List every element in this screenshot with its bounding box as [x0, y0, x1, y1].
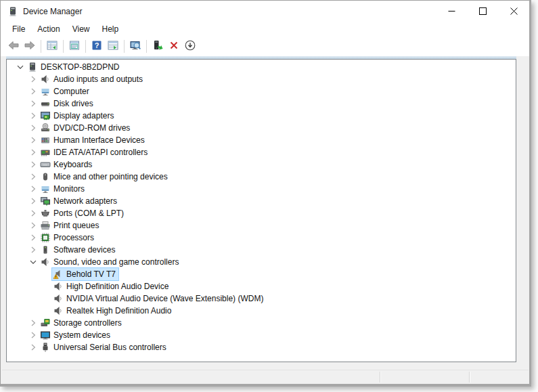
- disk-drive-icon: [40, 98, 51, 109]
- chevron-collapsed-icon[interactable]: [26, 220, 39, 231]
- tree-item-desktop-8b2dpnd[interactable]: DESKTOP-8B2DPND: [7, 61, 516, 73]
- chevron-collapsed-icon[interactable]: [26, 74, 39, 85]
- tree-item-ports-com-lpt[interactable]: Ports (COM & LPT): [7, 207, 516, 219]
- tree-item-label: Network adapters: [53, 196, 117, 206]
- tree-item-label: Keyboards: [53, 160, 92, 169]
- close-icon: [510, 5, 518, 18]
- tree-item-audio-inputs-and-outputs[interactable]: Audio inputs and outputs: [7, 73, 516, 85]
- tree-item-software-devices[interactable]: Software devices: [7, 244, 516, 256]
- maximize-button[interactable]: [467, 1, 498, 22]
- back-button[interactable]: [5, 39, 22, 55]
- status-bar-divider: [469, 372, 470, 383]
- tree-item-label: Storage controllers: [53, 318, 122, 328]
- menu-action[interactable]: Action: [31, 22, 66, 36]
- toolbar: ?: [1, 37, 529, 56]
- tree-item-label: Ports (COM & LPT): [53, 209, 124, 218]
- tree-item-system-devices[interactable]: System devices: [7, 329, 516, 341]
- no-expander: [39, 305, 52, 316]
- status-bar-divider: [380, 372, 380, 383]
- menu-view[interactable]: View: [66, 22, 96, 36]
- tree-item-display-adapters[interactable]: Display adapters: [7, 110, 516, 122]
- tree-item-label: Software devices: [53, 245, 115, 255]
- chevron-collapsed-icon[interactable]: [26, 86, 39, 97]
- tree-item-ide-ata-atapi-controllers[interactable]: IDE ATA/ATAPI controllers: [7, 146, 516, 158]
- chevron-expanded-icon[interactable]: [26, 257, 39, 267]
- tree-item-label: NVIDIA Virtual Audio Device (Wave Extens…: [66, 294, 263, 303]
- tree-item-disk-drives[interactable]: Disk drives: [7, 97, 516, 110]
- tree-item-dvd-cd-rom-drives[interactable]: DVD/CD-ROM drives: [7, 122, 516, 134]
- tree-item-label: Monitors: [53, 184, 85, 194]
- tree-item-mice-and-other-pointing-devices[interactable]: Mice and other pointing devices: [7, 171, 516, 183]
- chevron-collapsed-icon[interactable]: [26, 147, 39, 158]
- chevron-collapsed-icon[interactable]: [26, 196, 39, 206]
- tree-item-computer[interactable]: Computer: [7, 85, 516, 97]
- chevron-collapsed-icon[interactable]: [26, 244, 39, 255]
- tree-item-label: Audio inputs and outputs: [53, 74, 143, 84]
- chevron-collapsed-icon[interactable]: [26, 208, 39, 219]
- chevron-collapsed-icon[interactable]: [26, 159, 39, 170]
- uninstall-device-button[interactable]: [166, 39, 182, 55]
- device-manager-icon: [7, 6, 18, 17]
- tree-item-print-queues[interactable]: Print queues: [7, 219, 516, 232]
- toolbar-separator: [85, 40, 86, 53]
- chevron-collapsed-icon[interactable]: [26, 98, 39, 109]
- chevron-collapsed-icon[interactable]: [26, 110, 39, 121]
- storage-controller-icon: [40, 318, 51, 328]
- speaker-icon: [40, 74, 51, 85]
- close-button[interactable]: [498, 1, 529, 22]
- action-pane-button[interactable]: [105, 39, 121, 55]
- display-adapter-icon: [40, 110, 51, 121]
- forward-button[interactable]: [22, 39, 38, 55]
- chevron-collapsed-icon[interactable]: [26, 330, 39, 341]
- scan-hardware-changes-button[interactable]: [127, 39, 143, 55]
- help-button[interactable]: ?: [89, 39, 105, 55]
- chevron-expanded-icon[interactable]: [14, 62, 26, 72]
- toolbar-separator: [124, 40, 125, 53]
- menu-bar: File Action View Help: [1, 22, 529, 37]
- properties-button[interactable]: [66, 39, 83, 55]
- chevron-collapsed-icon[interactable]: [26, 135, 39, 146]
- maximize-icon: [479, 5, 487, 18]
- tree-item-processors[interactable]: Processors: [7, 232, 516, 244]
- ports-icon: [40, 208, 51, 219]
- chevron-collapsed-icon[interactable]: [26, 342, 39, 353]
- chevron-collapsed-icon[interactable]: [26, 183, 39, 194]
- speaker-icon: [53, 293, 64, 304]
- device-tree: DESKTOP-8B2DPNDAudio inputs and outputsC…: [6, 59, 516, 362]
- chevron-collapsed-icon[interactable]: [26, 171, 39, 182]
- tree-item-high-definition-audio-device[interactable]: High Definition Audio Device: [7, 280, 516, 292]
- show-console-tree-button[interactable]: [44, 39, 60, 55]
- dvd-drive-icon: [40, 123, 51, 133]
- tree-item-monitors[interactable]: Monitors: [7, 183, 516, 195]
- menu-help[interactable]: Help: [96, 22, 125, 36]
- monitor-icon: [40, 183, 51, 194]
- tree-item-label: Mice and other pointing devices: [53, 172, 168, 181]
- tree-item-realtek-high-definition-audio[interactable]: Realtek High Definition Audio: [7, 305, 516, 317]
- tree-item-universal-serial-bus-controllers[interactable]: Universal Serial Bus controllers: [7, 341, 516, 353]
- arrow-left-icon: [7, 39, 20, 54]
- content-area: DESKTOP-8B2DPNDAudio inputs and outputsC…: [1, 56, 529, 384]
- tree-item-behold-tv-t7[interactable]: Behold TV T7: [7, 268, 516, 280]
- chevron-collapsed-icon[interactable]: [26, 318, 39, 328]
- printer-icon: [40, 220, 51, 231]
- hid-icon: [40, 135, 51, 146]
- uninstall-icon: [168, 39, 180, 54]
- no-expander: [39, 269, 52, 280]
- chevron-collapsed-icon[interactable]: [26, 123, 39, 133]
- tree-item-storage-controllers[interactable]: Storage controllers: [7, 317, 516, 329]
- menu-file[interactable]: File: [6, 22, 31, 36]
- tree-item-keyboards[interactable]: Keyboards: [7, 158, 516, 171]
- chevron-collapsed-icon[interactable]: [26, 232, 39, 243]
- tree-item-network-adapters[interactable]: Network adapters: [7, 195, 516, 207]
- tree-item-label: DESKTOP-8B2DPND: [41, 62, 119, 72]
- tree-item-human-interface-devices[interactable]: Human Interface Devices: [7, 134, 516, 146]
- tree-item-nvidia-virtual-audio-device-wave-extensible-wdm[interactable]: NVIDIA Virtual Audio Device (Wave Extens…: [7, 292, 516, 305]
- update-driver-button[interactable]: [150, 39, 166, 55]
- toolbar-separator: [63, 40, 64, 53]
- tree-item-sound-video-and-game-controllers[interactable]: Sound, video and game controllers: [7, 256, 516, 268]
- disable-device-button[interactable]: [182, 39, 198, 55]
- console-tree-icon: [46, 39, 58, 54]
- minimize-button[interactable]: [436, 1, 467, 22]
- tree-item-label: Universal Serial Bus controllers: [53, 343, 166, 352]
- desktop-computer-icon: [27, 62, 38, 72]
